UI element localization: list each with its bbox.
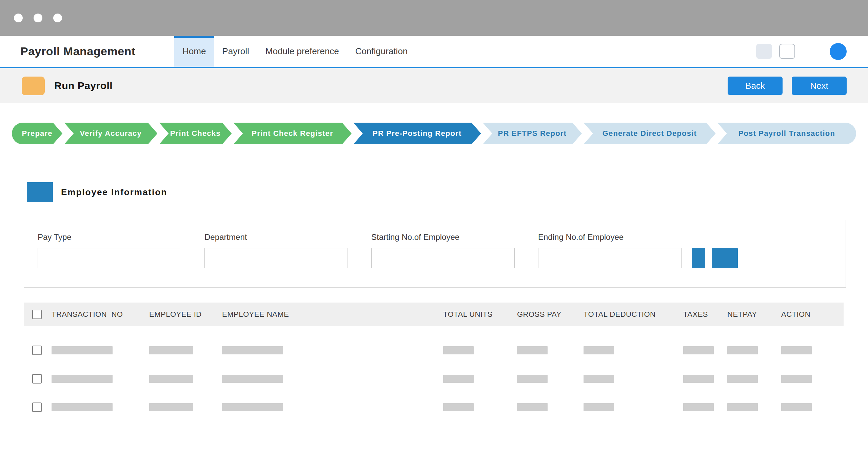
step-verify-accuracy[interactable]: Verify Accuracy [64, 123, 157, 144]
col-taxes: TAXES [683, 310, 727, 319]
filter-button-small[interactable] [692, 248, 705, 268]
skeleton-bar [52, 403, 113, 411]
skeleton-bar [222, 403, 283, 411]
step-post-payroll-transaction[interactable]: Post Payroll Transaction [717, 123, 856, 144]
step-print-checks[interactable]: Print Checks [159, 123, 232, 144]
col-employee-id: EMPLOYEE ID [149, 310, 222, 319]
row-checkbox[interactable] [32, 403, 42, 412]
skeleton-bar [781, 346, 812, 354]
step-print-check-register[interactable]: Print Check Register [233, 123, 352, 144]
skeleton-bar [683, 403, 714, 411]
step-generate-direct-deposit[interactable]: Generate Direct Deposit [584, 123, 716, 144]
section-title: Employee Information [61, 187, 167, 198]
skeleton-bar [149, 375, 193, 383]
starting-no-field: Starting No.of Employee [371, 232, 515, 268]
skeleton-bar [52, 346, 113, 354]
ending-no-field: Ending No.of Employee [538, 232, 682, 268]
skeleton-bar [517, 375, 548, 383]
skeleton-bar [584, 346, 614, 354]
back-button[interactable]: Back [728, 77, 783, 95]
skeleton-bar [52, 375, 113, 383]
employee-table: TRANSACTION NO EMPLOYEE ID EMPLOYEE NAME… [24, 303, 844, 421]
app-header: Payroll Management Home Payroll Module p… [0, 36, 868, 68]
skeleton-bar [683, 346, 714, 354]
skeleton-bar [727, 403, 758, 411]
skeleton-bar [584, 403, 614, 411]
skeleton-bar [727, 375, 758, 383]
header-controls [756, 36, 868, 67]
col-total-units: TOTAL UNITS [443, 310, 517, 319]
skeleton-bar [781, 403, 812, 411]
pay-type-field: Pay Type [38, 232, 181, 268]
starting-no-label: Starting No.of Employee [371, 232, 515, 242]
pay-type-label: Pay Type [38, 232, 181, 242]
step-pr-pre-posting-report[interactable]: PR Pre-Posting Report [353, 123, 481, 144]
department-input[interactable] [204, 248, 348, 268]
starting-no-input[interactable] [371, 248, 515, 268]
step-pr-eftps-report[interactable]: PR EFTPS Report [483, 123, 582, 144]
employee-information-section: Employee Information [27, 182, 868, 202]
skeleton-bar [222, 375, 283, 383]
skeleton-bar [149, 346, 193, 354]
app-title: Payroll Management [0, 36, 174, 67]
skeleton-bar [517, 346, 548, 354]
window-titlebar [0, 0, 868, 36]
col-action: ACTION [781, 310, 844, 319]
page-actions: Back Next [728, 77, 847, 95]
col-netpay: NETPAY [727, 310, 781, 319]
nav-item-configuration[interactable]: Configuration [347, 36, 416, 67]
ending-no-input[interactable] [538, 248, 682, 268]
skeleton-bar [683, 375, 714, 383]
col-employee-name: EMPLOYEE NAME [222, 310, 443, 319]
table-row [24, 393, 844, 421]
skeleton-bar [517, 403, 548, 411]
skeleton-bar [727, 346, 758, 354]
payroll-stepper: Prepare Verify Accuracy Print Checks Pri… [12, 123, 856, 144]
row-checkbox[interactable] [32, 374, 42, 384]
nav-item-home[interactable]: Home [174, 36, 214, 67]
department-label: Department [204, 232, 348, 242]
filter-button-large[interactable] [712, 248, 738, 268]
table-row [24, 365, 844, 393]
window-dot-icon[interactable] [34, 14, 42, 22]
skeleton-bar [222, 346, 283, 354]
skeleton-bar [443, 403, 474, 411]
next-button[interactable]: Next [792, 77, 847, 95]
col-total-deduction: TOTAL DEDUCTION [584, 310, 683, 319]
user-avatar[interactable] [830, 43, 847, 60]
section-icon [27, 182, 53, 202]
table-header: TRANSACTION NO EMPLOYEE ID EMPLOYEE NAME… [24, 303, 844, 326]
nav-item-module-preference[interactable]: Module preference [257, 36, 347, 67]
table-body [24, 336, 844, 421]
main-nav: Home Payroll Module preference Configura… [174, 36, 416, 67]
nav-item-payroll[interactable]: Payroll [214, 36, 257, 67]
page-title: Run Payroll [54, 80, 113, 91]
select-all-checkbox[interactable] [32, 310, 42, 319]
window-dot-icon[interactable] [53, 14, 62, 22]
filter-actions [692, 248, 738, 268]
col-gross-pay: GROSS PAY [517, 310, 584, 319]
header-button-outline[interactable] [779, 44, 795, 59]
col-transaction-no: TRANSACTION NO [52, 310, 149, 319]
table-row [24, 336, 844, 365]
pay-type-input[interactable] [38, 248, 181, 268]
run-payroll-icon [22, 77, 45, 95]
filter-panel: Pay Type Department Starting No.of Emplo… [24, 220, 846, 288]
skeleton-bar [443, 375, 474, 383]
skeleton-bar [584, 375, 614, 383]
window-dot-icon[interactable] [14, 14, 23, 22]
header-button-filled[interactable] [756, 44, 772, 59]
skeleton-bar [149, 403, 193, 411]
row-checkbox[interactable] [32, 346, 42, 355]
skeleton-bar [781, 375, 812, 383]
department-field: Department [204, 232, 348, 268]
page-header: Run Payroll Back Next [0, 68, 868, 103]
skeleton-bar [443, 346, 474, 354]
ending-no-label: Ending No.of Employee [538, 232, 682, 242]
step-prepare[interactable]: Prepare [12, 123, 62, 144]
